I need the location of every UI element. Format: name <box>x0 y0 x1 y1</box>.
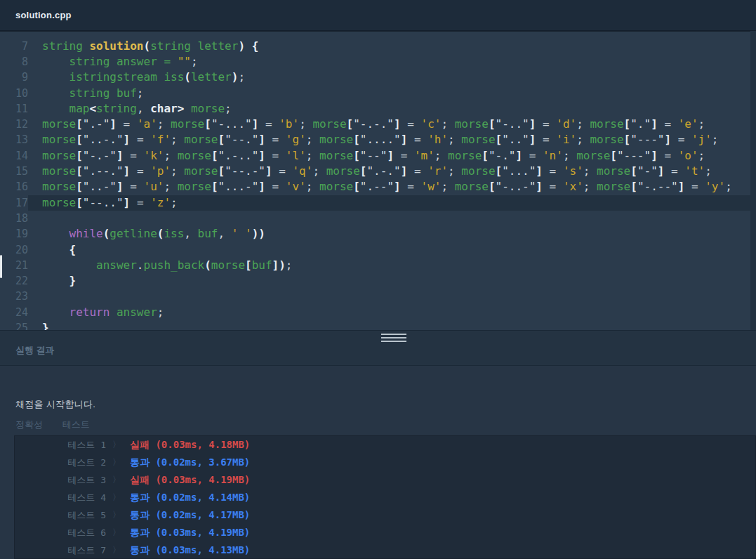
test-status: 통과 (0.03ms, 4.13MB) <box>130 544 250 557</box>
chevron-right-icon: 〉 <box>112 474 121 486</box>
test-result-row: 테스트 3〉실패 (0.03ms, 4.19MB) <box>15 471 755 489</box>
code-text: morse[".-"] = 'a'; morse["-..."] = 'b'; … <box>28 117 756 132</box>
test-category-row: 정확성 테스트 <box>15 419 90 431</box>
code-text: morse["-.-"] = 'k'; morse[".-.."] = 'l';… <box>28 148 756 164</box>
line-number: 10 <box>0 86 28 101</box>
test-name: 테스트 3 <box>15 474 106 487</box>
results-console: 채점을 시작합니다. 정확성 테스트 테스트 1〉실패 (0.03ms, 4.1… <box>0 366 756 559</box>
code-text: } <box>28 320 756 330</box>
chevron-right-icon: 〉 <box>112 439 121 451</box>
line-number: 21 <box>0 258 28 273</box>
code-line[interactable]: 23 <box>0 289 756 304</box>
code-text: } <box>28 273 756 289</box>
code-line[interactable]: 9 istringstream iss(letter); <box>0 70 756 85</box>
code-text: return answer; <box>28 305 756 320</box>
chevron-right-icon: 〉 <box>112 509 121 521</box>
code-line[interactable]: 20 { <box>0 242 756 258</box>
editor-scrollbar-track[interactable] <box>750 31 756 330</box>
test-rows: 테스트 1〉실패 (0.03ms, 4.18MB)테스트 2〉통과 (0.02m… <box>15 436 755 559</box>
test-name: 테스트 4 <box>15 492 106 504</box>
test-name: 테스트 2 <box>15 456 106 469</box>
code-line[interactable]: 13morse["..-."] = 'f'; morse["--."] = 'g… <box>0 132 756 147</box>
code-line[interactable]: 25} <box>0 320 756 330</box>
line-number: 23 <box>0 289 28 304</box>
code-text: answer.push_back(morse[buf]); <box>28 258 756 273</box>
code-line[interactable]: 12morse[".-"] = 'a'; morse["-..."] = 'b'… <box>0 117 756 132</box>
code-line[interactable]: 8 string answer = ""; <box>0 54 756 70</box>
line-number: 20 <box>0 242 28 258</box>
line-number: 8 <box>0 54 28 70</box>
code-line[interactable]: 17morse["--.."] = 'z'; <box>0 195 756 211</box>
code-text: map<string, char> morse; <box>28 101 756 117</box>
accuracy-label: 정확성 <box>15 419 43 430</box>
test-status: 통과 (0.02ms, 4.17MB) <box>130 509 250 522</box>
results-header-label: 실행 결과 <box>15 344 55 357</box>
code-line[interactable]: 11 map<string, char> morse; <box>0 101 756 117</box>
line-number: 14 <box>0 148 28 164</box>
line-number: 11 <box>0 101 28 117</box>
code-editor[interactable]: 7string solution(string letter) {8 strin… <box>0 31 756 330</box>
code-text: morse["..-"] = 'u'; morse["...-"] = 'v';… <box>28 179 756 195</box>
code-line[interactable]: 16morse["..-"] = 'u'; morse["...-"] = 'v… <box>0 179 756 195</box>
chevron-right-icon: 〉 <box>112 456 121 468</box>
code-text: morse["..-."] = 'f'; morse["--."] = 'g';… <box>28 132 756 147</box>
chevron-right-icon: 〉 <box>112 492 121 504</box>
test-name: 테스트 5 <box>15 509 106 522</box>
code-line[interactable]: 7string solution(string letter) { <box>0 41 756 54</box>
code-line[interactable]: 19 while(getline(iss, buf, ' ')) <box>0 226 756 242</box>
chevron-right-icon: 〉 <box>112 544 121 556</box>
test-result-row: 테스트 2〉통과 (0.02ms, 3.67MB) <box>15 454 755 471</box>
test-result-row: 테스트 4〉통과 (0.02ms, 4.14MB) <box>15 489 755 506</box>
code-text: { <box>28 242 756 258</box>
test-label: 테스트 <box>62 419 90 430</box>
line-number: 19 <box>0 226 28 242</box>
line-number: 12 <box>0 117 28 132</box>
test-status: 통과 (0.03ms, 4.19MB) <box>130 527 250 539</box>
file-name: solution.cpp <box>15 10 72 20</box>
code-line[interactable]: 14morse["-.-"] = 'k'; morse[".-.."] = 'l… <box>0 148 756 164</box>
code-text: morse[".--."] = 'p'; morse["--.-"] = 'q'… <box>28 164 756 179</box>
code-text: istringstream iss(letter); <box>28 70 756 85</box>
code-text: string answer = ""; <box>28 54 756 70</box>
test-name: 테스트 1 <box>15 439 106 452</box>
code-line[interactable]: 24 return answer; <box>0 305 756 320</box>
line-number: 13 <box>0 132 28 147</box>
line-number: 22 <box>0 273 28 289</box>
test-name: 테스트 7 <box>15 544 106 557</box>
test-results-panel: 테스트 1〉실패 (0.03ms, 4.18MB)테스트 2〉통과 (0.02m… <box>14 435 756 559</box>
line-number: 17 <box>0 195 28 211</box>
code-line[interactable]: 10 string buf; <box>0 86 756 101</box>
code-text <box>28 211 756 226</box>
code-text: string solution(string letter) { <box>28 41 756 54</box>
test-result-row: 테스트 1〉실패 (0.03ms, 4.18MB) <box>15 436 755 454</box>
code-line[interactable]: 21 answer.push_back(morse[buf]); <box>0 258 756 273</box>
panel-resize-handle-icon[interactable] <box>381 334 406 344</box>
editor-scrollbar-thumb[interactable] <box>0 255 2 278</box>
code-text <box>28 289 756 304</box>
code-text: string buf; <box>28 86 756 101</box>
code-line[interactable]: 18 <box>0 211 756 226</box>
editor-tab-bar: solution.cpp <box>0 0 756 31</box>
code-line[interactable]: 15morse[".--."] = 'p'; morse["--.-"] = '… <box>0 164 756 179</box>
code-text: while(getline(iss, buf, ' ')) <box>28 226 756 242</box>
test-name: 테스트 6 <box>15 527 106 539</box>
line-number: 15 <box>0 164 28 179</box>
line-number: 25 <box>0 320 28 330</box>
line-number: 18 <box>0 211 28 226</box>
code-viewport: 7string solution(string letter) {8 strin… <box>0 41 756 330</box>
test-status: 통과 (0.02ms, 4.14MB) <box>130 492 250 504</box>
code-lines: 7string solution(string letter) {8 strin… <box>0 41 756 330</box>
code-text: morse["--.."] = 'z'; <box>28 195 756 211</box>
results-header: 실행 결과 <box>0 330 756 366</box>
line-number: 9 <box>0 70 28 85</box>
test-result-row: 테스트 7〉통과 (0.03ms, 4.13MB) <box>15 541 755 559</box>
line-number: 24 <box>0 305 28 320</box>
test-status: 통과 (0.02ms, 3.67MB) <box>130 456 250 469</box>
chevron-right-icon: 〉 <box>112 527 121 539</box>
test-result-row: 테스트 6〉통과 (0.03ms, 4.19MB) <box>15 524 755 541</box>
test-status: 실패 (0.03ms, 4.19MB) <box>130 474 250 487</box>
line-number: 7 <box>0 41 28 54</box>
code-line[interactable]: 22 } <box>0 273 756 289</box>
ide-window: solution.cpp 7string solution(string let… <box>0 0 756 559</box>
judging-start-message: 채점을 시작합니다. <box>15 398 95 411</box>
